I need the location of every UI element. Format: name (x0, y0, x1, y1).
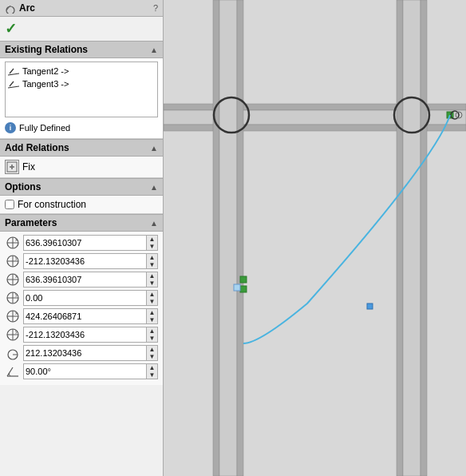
tangent-icon-2 (8, 78, 19, 89)
fix-label[interactable]: Fix (22, 161, 35, 173)
svg-text:y: y (15, 256, 18, 260)
existing-relations-collapse-icon: ▲ (150, 46, 158, 54)
svg-rect-52 (240, 276, 247, 283)
window-title: Arc (19, 2, 35, 14)
spinner-down-cy3[interactable]: ▼ (147, 335, 157, 342)
drawing-svg (164, 0, 466, 476)
svg-text:y: y (15, 292, 18, 297)
spinner-down-cx2[interactable]: ▼ (147, 280, 157, 287)
cy2-icon: y (5, 290, 21, 306)
param-spinner-cx3: ▲ ▼ (147, 308, 158, 324)
svg-rect-47 (421, 0, 427, 476)
options-header[interactable]: Options ▲ (0, 178, 163, 196)
existing-relations-content: Tangent2 -> Tangent3 -> i Fully Defined (0, 58, 163, 139)
cx2-icon: x (5, 272, 21, 288)
cx3-icon: x (5, 308, 21, 324)
spinner-down-cx3[interactable]: ▼ (147, 316, 157, 323)
radius-icon (5, 345, 21, 361)
add-relations-header[interactable]: Add Relations ▲ (0, 139, 163, 157)
status-text: Fully Defined (19, 123, 70, 133)
param-row-radius: ▲ ▼ (5, 345, 158, 361)
param-input-cy[interactable] (23, 253, 147, 269)
param-input-cy2[interactable] (23, 290, 147, 306)
for-construction-checkbox[interactable] (5, 200, 14, 209)
list-item: Tangent3 -> (8, 77, 155, 90)
svg-rect-43 (237, 0, 243, 476)
parameters-collapse-icon: ▲ (150, 219, 158, 228)
spinner-down-radius[interactable]: ▼ (147, 353, 157, 360)
left-panel: Arc ? ✓ Existing Relations ▲ Tangent2 -> (0, 0, 164, 476)
existing-relations-label: Existing Relations (5, 44, 88, 55)
param-input-cx3[interactable] (23, 308, 147, 324)
param-input-wrapper-cy: ▲ ▼ (23, 253, 158, 269)
param-input-wrapper-cx3: ▲ ▼ (23, 308, 158, 324)
spinner-up-cy3[interactable]: ▲ (147, 327, 157, 335)
accept-checkmark[interactable]: ✓ (5, 21, 17, 37)
param-input-wrapper-radius: ▲ ▼ (23, 345, 158, 361)
spinner-up-cx2[interactable]: ▲ (147, 272, 157, 280)
param-input-wrapper-cx2: ▲ ▼ (23, 272, 158, 288)
param-spinner-cy: ▲ ▼ (147, 253, 158, 269)
info-icon: i (5, 122, 16, 133)
cx-icon: x (5, 235, 21, 251)
svg-line-3 (8, 73, 19, 75)
svg-rect-45 (397, 0, 403, 476)
param-spinner-radius: ▲ ▼ (147, 345, 158, 361)
param-row-cx: x ▲ ▼ (5, 235, 158, 251)
parameters-label: Parameters (5, 217, 57, 228)
spinner-down-cx[interactable]: ▼ (147, 243, 157, 250)
svg-line-36 (7, 367, 13, 376)
spinner-up-cx[interactable]: ▲ (147, 236, 157, 243)
cy3-icon: y (5, 327, 21, 343)
status-row: i Fully Defined (5, 121, 158, 135)
spinner-up-cx3[interactable]: ▲ (147, 309, 157, 316)
parameters-header[interactable]: Parameters ▲ (0, 214, 163, 232)
spinner-down-cy2[interactable]: ▼ (147, 298, 157, 305)
svg-rect-41 (213, 0, 219, 476)
spinner-up-angle[interactable]: ▲ (147, 364, 157, 371)
svg-line-5 (8, 86, 19, 88)
svg-rect-46 (403, 0, 421, 476)
param-row-cy: y ▲ ▼ (5, 253, 158, 269)
parameters-content: x ▲ ▼ y (0, 232, 163, 385)
svg-rect-42 (219, 0, 237, 476)
param-spinner-cy3: ▲ ▼ (147, 327, 158, 343)
param-spinner-cy2: ▲ ▼ (147, 290, 158, 306)
param-input-wrapper-cy2: ▲ ▼ (23, 290, 158, 306)
for-construction-label: For construction (18, 199, 86, 210)
param-input-angle[interactable] (23, 363, 147, 379)
drawing-canvas[interactable] (164, 0, 466, 476)
for-construction-row: For construction (5, 199, 158, 210)
param-input-cx2[interactable] (23, 272, 147, 288)
title-bar: Arc ? (0, 0, 163, 17)
spinner-down-cy[interactable]: ▼ (147, 261, 157, 268)
param-input-cy3[interactable] (23, 327, 147, 343)
relations-list: Tangent2 -> Tangent3 -> (5, 61, 158, 117)
svg-rect-55 (367, 303, 373, 309)
existing-relations-header[interactable]: Existing Relations ▲ (0, 41, 163, 58)
param-input-radius[interactable] (23, 345, 147, 361)
param-row-angle: ▲ ▼ (5, 363, 158, 379)
fix-row: Fix (5, 160, 158, 174)
spinner-up-radius[interactable]: ▲ (147, 346, 157, 353)
param-row-cx2: x ▲ ▼ (5, 272, 158, 288)
param-row-cy3: y ▲ ▼ (5, 327, 158, 343)
angle-icon (5, 363, 21, 379)
tangent-icon-1 (8, 65, 19, 77)
arc-title-icon (5, 2, 16, 14)
add-relations-content: Fix (0, 157, 163, 178)
param-spinner-angle: ▲ ▼ (147, 363, 158, 379)
options-content: For construction (0, 196, 163, 214)
fix-icon (5, 160, 19, 174)
checkmark-area: ✓ (0, 17, 163, 41)
param-input-cx[interactable] (23, 235, 147, 251)
spinner-down-angle[interactable]: ▼ (147, 371, 157, 379)
options-label: Options (5, 181, 41, 192)
param-input-wrapper-cx: ▲ ▼ (23, 235, 158, 251)
svg-text:x: x (15, 311, 18, 315)
spinner-up-cy[interactable]: ▲ (147, 254, 157, 261)
spinner-up-cy2[interactable]: ▲ (147, 291, 157, 298)
help-button[interactable]: ? (153, 3, 158, 13)
svg-text:x: x (15, 274, 18, 279)
svg-line-4 (10, 81, 14, 86)
